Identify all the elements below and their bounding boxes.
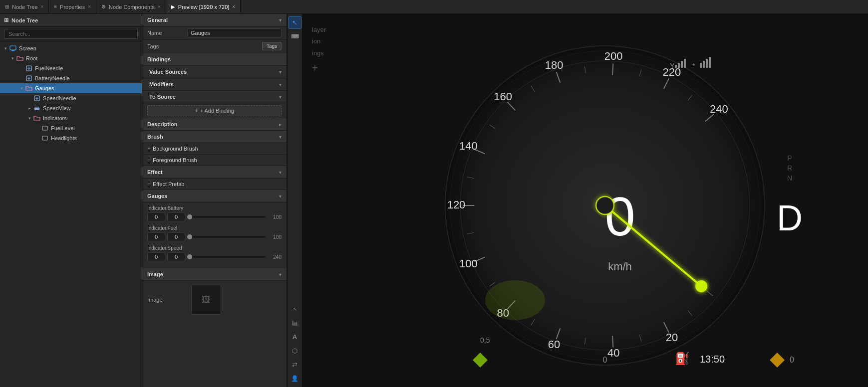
indicator-battery-controls: 100 — [147, 212, 282, 221]
effect-prefab-row[interactable]: + Effect Prefab — [142, 179, 287, 190]
svg-marker-78 — [770, 353, 785, 368]
indicator-speed-label: Indicator.Speed — [147, 245, 282, 251]
tree-icon-small: ⊞ — [5, 4, 9, 9]
tags-label: Tags — [147, 43, 159, 49]
layers-tool-btn[interactable]: ⬡ — [289, 344, 301, 357]
section-effect[interactable]: Effect ▾ — [142, 166, 287, 179]
section-general-title: General — [147, 17, 168, 23]
tree-item-speedview[interactable]: ▸ SpeedView — [0, 103, 142, 113]
search-input[interactable] — [4, 29, 138, 39]
indicator-fuel-controls: 100 — [147, 232, 282, 241]
tree-item-batteryneedle[interactable]: BatteryNeedle — [0, 73, 142, 83]
tab-node-tree-close[interactable]: × — [40, 4, 43, 9]
tree-item-fuellevel[interactable]: FuelLevel — [0, 123, 142, 133]
section-image-title: Image — [147, 271, 163, 277]
indicator-battery-thumb[interactable] — [187, 214, 192, 219]
tab-preview-close[interactable]: × — [232, 4, 235, 9]
section-gauges-title: Gauges — [147, 193, 167, 199]
section-desc-arrow: ▸ — [279, 122, 282, 127]
svg-text:60: 60 — [548, 338, 560, 351]
svg-text:20: 20 — [666, 331, 678, 344]
components-icon-small: ⚙ — [101, 4, 106, 9]
svg-text:0: 0 — [790, 356, 794, 364]
add-binding-button[interactable]: + + Add Binding — [147, 105, 282, 116]
section-value-sources[interactable]: Value Sources ▾ — [142, 66, 287, 78]
node-tree-icon: ⊞ — [4, 17, 8, 23]
node-tree-header: ⊞ Node Tree — [0, 14, 142, 27]
name-row: Name — [142, 26, 287, 40]
indicator-battery-section: Indicator.Battery 100 Indicator.Fuel — [142, 202, 287, 268]
indicator-speed-track[interactable] — [187, 256, 266, 258]
indicator-fuel-min[interactable] — [147, 232, 165, 241]
indicator-battery-max: 100 — [268, 214, 282, 220]
add-icon: + — [195, 108, 198, 114]
tab-preview[interactable]: ▶ Preview [1920 x 720] × — [166, 0, 241, 13]
section-effect-title: Effect — [147, 169, 163, 175]
props-icon-small: ≡ — [54, 4, 57, 9]
name-input[interactable] — [187, 28, 282, 37]
tab-properties[interactable]: ≡ Properties × — [49, 0, 96, 13]
section-gauges[interactable]: Gauges ▾ — [142, 190, 287, 202]
select-tool-btn[interactable]: ↖ — [289, 302, 301, 315]
keyboard-tool-btn[interactable]: ⌨ — [289, 30, 301, 43]
layers-icon-speedview — [33, 104, 41, 112]
tree-label-headlights: Headlights — [51, 135, 77, 141]
indicator-battery-min[interactable] — [147, 212, 165, 221]
indicator-battery-val[interactable] — [167, 212, 185, 221]
folder-icon-gauges — [25, 84, 33, 92]
tab-node-components-close[interactable]: × — [158, 4, 161, 9]
svg-text:R: R — [787, 164, 792, 172]
section-description[interactable]: Description ▸ — [142, 118, 287, 131]
section-bindings[interactable]: Bindings — [142, 53, 287, 66]
tree-item-fuelneedle[interactable]: FuelNeedle — [0, 63, 142, 73]
svg-rect-67 — [681, 61, 683, 68]
indicator-speed-val[interactable] — [167, 252, 185, 261]
tags-button[interactable]: Tags — [262, 42, 282, 50]
foreground-brush-row[interactable]: + Foreground Brush — [142, 155, 287, 166]
grid-tool-btn[interactable]: ▤ — [289, 316, 301, 329]
section-image[interactable]: Image ▾ — [142, 268, 287, 281]
section-general[interactable]: General ▾ — [142, 14, 287, 26]
tree-item-gauges[interactable]: ▾ Gauges — [0, 83, 142, 93]
svg-rect-15 — [42, 136, 47, 140]
indicator-fuel-track[interactable] — [187, 236, 266, 238]
section-to-source[interactable]: To Source ▾ — [142, 91, 287, 103]
cursor-tool-btn[interactable]: ↖ — [289, 16, 301, 29]
tree-item-screen[interactable]: ▾ Screen — [0, 43, 142, 53]
indicator-fuel-thumb[interactable] — [187, 234, 192, 239]
tab-node-components[interactable]: ⚙ Node Components × — [96, 0, 166, 13]
tree-arrow-gauges: ▾ — [18, 86, 25, 91]
indicator-battery-track[interactable] — [187, 216, 266, 218]
image-preview[interactable]: 🖼 — [191, 285, 221, 315]
background-brush-row[interactable]: + Background Brush — [142, 143, 287, 155]
section-brush[interactable]: Brush ▾ — [142, 131, 287, 143]
svg-text:160: 160 — [494, 90, 512, 103]
svg-text:D: D — [777, 198, 803, 238]
tab-node-components-label: Node Components — [109, 4, 155, 10]
tab-node-tree[interactable]: ⊞ Node Tree × — [0, 0, 49, 13]
speedometer-svg: 20 40 60 — [380, 21, 830, 380]
indicator-battery-label: Indicator.Battery — [147, 205, 282, 211]
tree-item-indicators[interactable]: ▾ Indicators — [0, 113, 142, 123]
tree-item-root[interactable]: ▾ Root — [0, 53, 142, 63]
tree-arrow-screen: ▾ — [2, 46, 9, 51]
user-tool-btn[interactable]: 👤 — [289, 372, 301, 385]
indicator-speed-min[interactable] — [147, 252, 165, 261]
tab-properties-close[interactable]: × — [88, 4, 91, 9]
text-tool-btn[interactable]: A — [289, 330, 301, 343]
tree-item-speedneedle[interactable]: SpeedNeedle — [0, 93, 142, 103]
image-section-content: Image 🖼 — [142, 281, 287, 319]
section-vs-title: Value Sources — [149, 69, 187, 75]
indicator-fuel-val[interactable] — [167, 232, 185, 241]
share-tool-btn[interactable]: ⇄ — [289, 358, 301, 371]
text-icon: A — [292, 333, 297, 341]
indicator-speed-thumb[interactable] — [187, 254, 192, 259]
svg-rect-70 — [700, 63, 702, 68]
tree-item-headlights[interactable]: Headlights — [0, 133, 142, 143]
tab-node-tree-label: Node Tree — [12, 4, 37, 10]
section-modifiers[interactable]: Modifiers ▾ — [142, 78, 287, 91]
node-icon-fuelneedle — [25, 64, 33, 72]
svg-text:120: 120 — [447, 198, 466, 211]
add-ep-icon: + — [147, 181, 151, 188]
svg-rect-72 — [706, 59, 708, 68]
